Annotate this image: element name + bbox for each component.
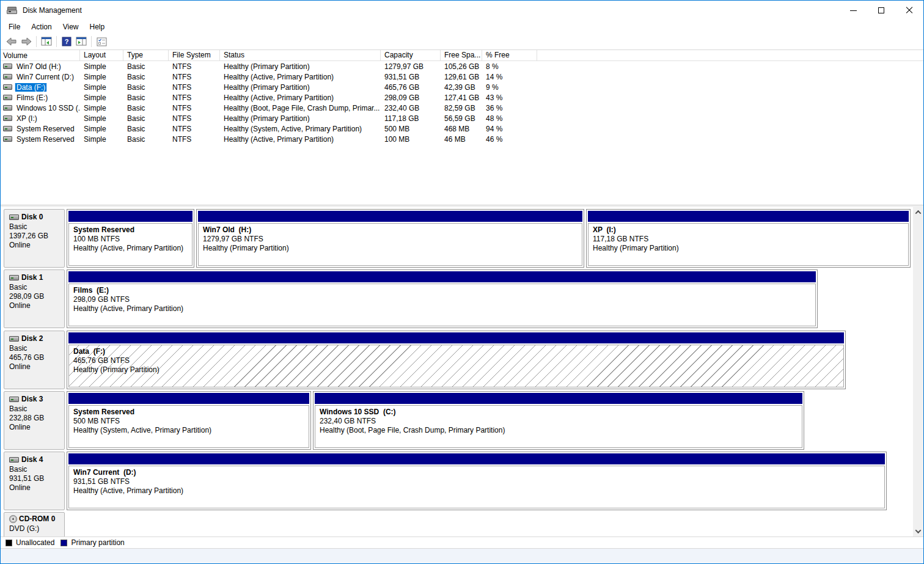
forward-arrow-icon bbox=[21, 37, 32, 46]
cell-status: Healthy (Boot, Page File, Crash Dump, Pr… bbox=[220, 104, 381, 112]
menu-action[interactable]: Action bbox=[26, 21, 57, 33]
table-row[interactable]: System Reserved Simple Basic NTFS Health… bbox=[1, 134, 923, 144]
volume-name[interactable]: Films (E:) bbox=[15, 93, 49, 102]
vertical-scrollbar[interactable] bbox=[913, 207, 923, 537]
column-header-status[interactable]: Status bbox=[220, 50, 381, 60]
disk-name: Disk 1 bbox=[21, 273, 43, 282]
cell-layout: Simple bbox=[80, 62, 123, 71]
action-pane-icon bbox=[76, 37, 87, 46]
cell-layout: Simple bbox=[80, 73, 123, 81]
cell-pct-free: 9 % bbox=[482, 83, 537, 92]
volume-name[interactable]: Win7 Old (H:) bbox=[15, 62, 62, 71]
partition-block[interactable]: Win7 Old (H:) 1279,97 GB NTFS Healthy (P… bbox=[196, 209, 584, 268]
disk-icon bbox=[9, 214, 19, 220]
table-row[interactable]: Films (E:) Simple Basic NTFS Healthy (Ac… bbox=[1, 92, 923, 103]
volume-name[interactable]: XP (I:) bbox=[15, 114, 38, 123]
customize-button[interactable] bbox=[94, 35, 109, 48]
column-header-type[interactable]: Type bbox=[123, 50, 169, 60]
close-button[interactable] bbox=[895, 1, 923, 20]
partition-type-bar bbox=[198, 211, 582, 222]
disk-status: Online bbox=[9, 241, 61, 250]
cell-capacity: 117,18 GB bbox=[381, 114, 441, 123]
show-action-pane-button[interactable] bbox=[74, 35, 89, 48]
disk-size: 232,88 GB bbox=[9, 414, 61, 423]
column-header-free-space[interactable]: Free Spa... bbox=[441, 50, 482, 60]
partition-block[interactable]: System Reserved 100 MB NTFS Healthy (Act… bbox=[67, 209, 194, 268]
back-button[interactable] bbox=[4, 35, 19, 48]
partition-body: System Reserved 500 MB NTFS Healthy (Sys… bbox=[68, 405, 309, 448]
cell-layout: Simple bbox=[80, 104, 123, 112]
disk-size: 931,51 GB bbox=[9, 474, 61, 483]
disk-type: Basic bbox=[9, 222, 61, 232]
partition-block[interactable]: Windows 10 SSD (C:) 232,40 GB NTFS Healt… bbox=[313, 391, 804, 450]
disk-row: CD-ROM 0 DVD (G:) bbox=[4, 512, 913, 538]
partition-type-bar bbox=[68, 453, 885, 464]
volume-name[interactable]: Data (F:) bbox=[15, 83, 46, 92]
cell-capacity: 1279,97 GB bbox=[381, 62, 441, 71]
scroll-up-button[interactable] bbox=[913, 207, 923, 218]
disk-info-panel[interactable]: Disk 2 Basic 465,76 GB Online bbox=[4, 331, 65, 389]
scroll-down-button[interactable] bbox=[913, 526, 923, 537]
menu-view[interactable]: View bbox=[57, 21, 84, 33]
unallocated-swatch bbox=[6, 540, 12, 546]
table-row[interactable]: System Reserved Simple Basic NTFS Health… bbox=[1, 123, 923, 134]
primary-partition-swatch bbox=[61, 540, 67, 546]
table-row[interactable]: Win7 Current (D:) Simple Basic NTFS Heal… bbox=[1, 71, 923, 82]
cell-file-system: NTFS bbox=[169, 125, 220, 133]
partition-block[interactable]: Films (E:) 298,09 GB NTFS Healthy (Activ… bbox=[67, 269, 818, 328]
partition-block[interactable]: XP (I:) 117,18 GB NTFS Healthy (Primary … bbox=[586, 209, 911, 268]
disk-status: Online bbox=[9, 483, 61, 493]
disk-row: Disk 2 Basic 465,76 GB Online Data (F:) … bbox=[4, 331, 913, 389]
cell-status: Healthy (Primary Partition) bbox=[220, 83, 381, 92]
maximize-button[interactable] bbox=[867, 1, 895, 20]
partition-size: 465,76 GB NTFS bbox=[73, 356, 839, 365]
table-row[interactable]: Data (F:) Simple Basic NTFS Healthy (Pri… bbox=[1, 82, 923, 92]
disk-info-panel[interactable]: Disk 1 Basic 298,09 GB Online bbox=[4, 269, 65, 328]
column-header-capacity[interactable]: Capacity bbox=[381, 50, 441, 60]
volume-name[interactable]: Windows 10 SSD (... bbox=[15, 104, 80, 112]
partition-block[interactable]: Data (F:) 465,76 GB NTFS Healthy (Primar… bbox=[67, 331, 846, 389]
menu-help[interactable]: Help bbox=[84, 21, 111, 33]
volume-name[interactable]: Win7 Current (D:) bbox=[15, 73, 75, 81]
partition-block[interactable]: System Reserved 500 MB NTFS Healthy (Sys… bbox=[67, 391, 311, 450]
minimize-button[interactable] bbox=[839, 1, 867, 20]
cell-free-space: 46 MB bbox=[441, 135, 482, 144]
disk-info-panel[interactable]: CD-ROM 0 DVD (G:) bbox=[4, 512, 65, 538]
show-console-tree-button[interactable] bbox=[39, 35, 54, 48]
partition-type-bar bbox=[68, 332, 844, 343]
cell-file-system: NTFS bbox=[169, 93, 220, 102]
disk-row: Disk 3 Basic 232,88 GB Online System Res… bbox=[4, 391, 913, 450]
forward-button[interactable] bbox=[19, 35, 34, 48]
column-header-pct-free[interactable]: % Free bbox=[482, 50, 537, 60]
back-arrow-icon bbox=[6, 37, 17, 46]
volume-name[interactable]: System Reserved bbox=[15, 135, 76, 144]
disk-info-panel[interactable]: Disk 0 Basic 1397,26 GB Online bbox=[4, 209, 65, 268]
cell-status: Healthy (Active, Primary Partition) bbox=[220, 135, 381, 144]
cell-file-system: NTFS bbox=[169, 62, 220, 71]
partition-type-bar bbox=[68, 271, 816, 282]
help-button[interactable]: ? bbox=[59, 35, 74, 48]
partition-name: XP (I:) bbox=[593, 225, 904, 235]
minimize-icon bbox=[850, 10, 857, 11]
table-row[interactable]: Win7 Old (H:) Simple Basic NTFS Healthy … bbox=[1, 61, 923, 71]
table-row[interactable]: Windows 10 SSD (... Simple Basic NTFS He… bbox=[1, 103, 923, 113]
disk-name: Disk 3 bbox=[21, 395, 43, 403]
cell-pct-free: 36 % bbox=[482, 104, 537, 112]
column-header-volume[interactable]: Volume bbox=[1, 50, 80, 60]
partition-body: Windows 10 SSD (C:) 232,40 GB NTFS Healt… bbox=[315, 405, 802, 448]
volume-name[interactable]: System Reserved bbox=[15, 125, 76, 133]
disk-info-panel[interactable]: Disk 4 Basic 931,51 GB Online bbox=[4, 452, 65, 510]
console-tree-icon bbox=[41, 37, 52, 46]
menu-file[interactable]: File bbox=[3, 21, 26, 33]
partition-type-bar bbox=[315, 393, 802, 404]
cell-free-space: 468 MB bbox=[441, 125, 482, 133]
cell-type: Basic bbox=[123, 62, 169, 71]
window-title: Disk Management bbox=[23, 6, 82, 15]
partition-size: 232,40 GB NTFS bbox=[320, 417, 798, 426]
partition-block[interactable]: Win7 Current (D:) 931,51 GB NTFS Healthy… bbox=[67, 452, 887, 510]
table-row[interactable]: XP (I:) Simple Basic NTFS Healthy (Prima… bbox=[1, 113, 923, 123]
column-header-layout[interactable]: Layout bbox=[80, 50, 123, 60]
toolbar: ? bbox=[1, 34, 923, 50]
disk-info-panel[interactable]: Disk 3 Basic 232,88 GB Online bbox=[4, 391, 65, 450]
column-header-file-system[interactable]: File System bbox=[169, 50, 220, 60]
